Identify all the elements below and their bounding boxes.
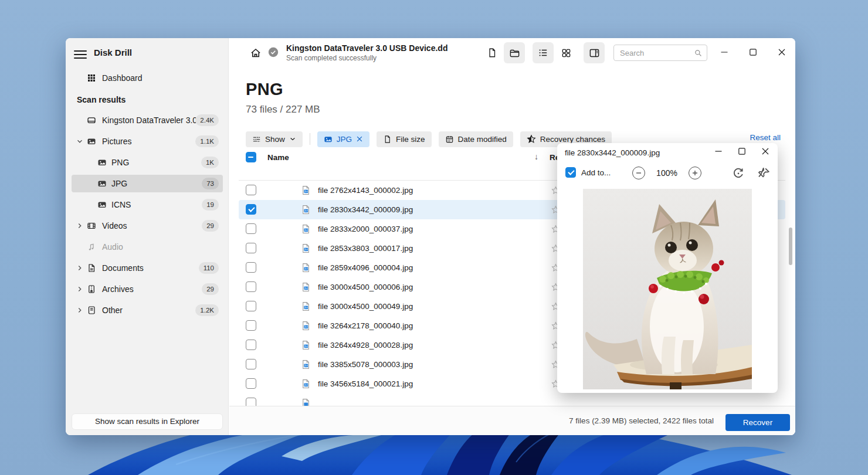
sidebar-item-device[interactable]: Kingston DataTraveler 3.0... 2.4K xyxy=(72,111,223,129)
calendar-icon xyxy=(445,135,454,144)
select-all-checkbox[interactable] xyxy=(246,152,256,162)
hamburger-menu-icon[interactable] xyxy=(74,48,87,59)
row-checkbox[interactable] xyxy=(246,185,256,195)
file-name: file 2853x3803_000017.jpg xyxy=(318,244,413,253)
pin-icon xyxy=(758,167,771,179)
preview-minimize-button[interactable] xyxy=(712,145,725,157)
sidebar-item-jpg[interactable]: JPG 73 xyxy=(72,175,223,192)
side-panel-icon xyxy=(589,48,600,59)
sidebar-item-pictures[interactable]: Pictures 1.1K xyxy=(72,133,223,150)
list-view-button[interactable] xyxy=(533,42,554,63)
sidebar-item-dashboard[interactable]: Dashboard xyxy=(72,69,223,87)
row-checkbox[interactable] xyxy=(246,359,256,369)
file-name: file 2859x4096_000004.jpg xyxy=(318,263,413,272)
folder-view-button[interactable] xyxy=(504,42,525,63)
add-to-recovery-checkbox[interactable] xyxy=(565,167,576,178)
close-icon[interactable] xyxy=(356,135,363,142)
chevron-right-icon xyxy=(76,222,84,230)
type-filter-chip-jpg[interactable]: JPG xyxy=(317,131,369,147)
row-checkbox[interactable] xyxy=(246,301,256,311)
count-badge: 1.2K xyxy=(195,304,219,316)
count-badge: 1K xyxy=(201,157,219,168)
rotate-button[interactable] xyxy=(732,167,745,179)
session-status: Scan completed successfully xyxy=(286,54,377,62)
image-file-icon xyxy=(301,243,311,253)
preview-panel-button[interactable] xyxy=(584,42,605,63)
chevron-down-icon xyxy=(76,137,84,145)
file-name: file 2762x4143_000002.jpg xyxy=(318,186,413,195)
sidebar-item-icns[interactable]: ICNS 19 xyxy=(72,196,223,213)
preview-toolbar: Add to... 100% xyxy=(557,162,778,184)
show-in-explorer-button[interactable]: Show scan results in Explorer xyxy=(72,413,223,430)
sidebar-item-audio[interactable]: Audio xyxy=(72,238,223,256)
sidebar-item-archives[interactable]: Archives 29 xyxy=(72,280,223,298)
row-checkbox[interactable] xyxy=(246,204,256,215)
rotate-icon xyxy=(732,167,745,179)
row-checkbox[interactable] xyxy=(246,320,256,331)
show-label: Show xyxy=(265,135,285,144)
chip-label: Recovery chances xyxy=(540,135,605,144)
date-modified-filter-chip[interactable]: Date modified xyxy=(439,131,513,147)
vertical-scrollbar[interactable] xyxy=(789,228,792,265)
chip-label: File size xyxy=(396,135,425,144)
row-checkbox[interactable] xyxy=(246,262,256,273)
preview-title: file 2830x3442_000009.jpg xyxy=(565,148,660,157)
zoom-in-button[interactable] xyxy=(689,167,701,179)
file-view-button[interactable] xyxy=(482,42,503,63)
grid-view-button[interactable] xyxy=(555,42,577,63)
name-column-header[interactable]: Name xyxy=(267,153,289,162)
sidebar-item-label: Pictures xyxy=(102,137,132,146)
count-badge: 73 xyxy=(202,178,219,189)
drive-icon xyxy=(87,116,96,125)
preview-maximize-button[interactable] xyxy=(735,145,748,157)
pin-button[interactable] xyxy=(758,167,771,179)
row-checkbox[interactable] xyxy=(246,243,256,253)
sidebar-item-documents[interactable]: Documents 110 xyxy=(72,259,223,277)
row-checkbox[interactable] xyxy=(246,398,256,406)
search-box xyxy=(613,45,707,61)
search-input[interactable] xyxy=(620,45,690,60)
image-file-icon xyxy=(301,321,311,331)
scan-results-section-label: Scan results xyxy=(77,95,126,104)
maximize-button[interactable] xyxy=(747,46,760,58)
row-checkbox[interactable] xyxy=(246,340,256,350)
image-file-icon xyxy=(301,224,311,234)
sidebar-item-png[interactable]: PNG 1K xyxy=(72,154,223,171)
picture-icon xyxy=(97,158,107,167)
sidebar-item-label: Archives xyxy=(102,284,134,294)
row-checkbox[interactable] xyxy=(246,378,256,389)
row-checkbox[interactable] xyxy=(246,281,256,292)
count-badge: 110 xyxy=(199,262,219,274)
archive-icon xyxy=(87,284,96,294)
app-title: Disk Drill xyxy=(94,48,132,57)
page-icon xyxy=(383,135,392,144)
file-name: file 3264x2178_000040.jpg xyxy=(318,321,413,330)
recover-button[interactable]: Recover xyxy=(725,414,790,431)
sidebar-item-other[interactable]: Other 1.2K xyxy=(72,301,223,319)
minimize-button[interactable] xyxy=(718,46,731,58)
count-badge: 2.4K xyxy=(195,114,219,126)
image-file-icon xyxy=(301,185,311,195)
sort-descending-icon[interactable]: ↓ xyxy=(534,152,538,161)
picture-icon xyxy=(324,135,333,144)
close-button[interactable] xyxy=(775,46,788,58)
home-button[interactable] xyxy=(245,42,266,63)
count-badge: 1.1K xyxy=(195,135,219,147)
scan-status-check-icon xyxy=(268,47,279,57)
image-file-icon xyxy=(301,263,311,273)
reset-all-link[interactable]: Reset all xyxy=(750,133,781,142)
row-checkbox[interactable] xyxy=(246,223,256,234)
zoom-out-button[interactable] xyxy=(632,167,645,179)
file-size-filter-chip[interactable]: File size xyxy=(377,131,432,147)
table-row-partial[interactable] xyxy=(239,393,785,406)
sidebar-item-label: Dashboard xyxy=(102,73,143,83)
preview-window: file 2830x3442_000009.jpg Add to... 100% xyxy=(557,143,778,393)
sidebar-item-label: Other xyxy=(102,306,123,315)
sidebar-item-videos[interactable]: Videos 29 xyxy=(72,217,223,235)
show-dropdown[interactable]: Show xyxy=(246,131,303,147)
close-icon xyxy=(761,147,769,155)
preview-close-button[interactable] xyxy=(759,145,772,157)
picture-icon xyxy=(97,200,107,209)
search-icon xyxy=(694,49,703,57)
image-file-icon xyxy=(301,359,311,369)
